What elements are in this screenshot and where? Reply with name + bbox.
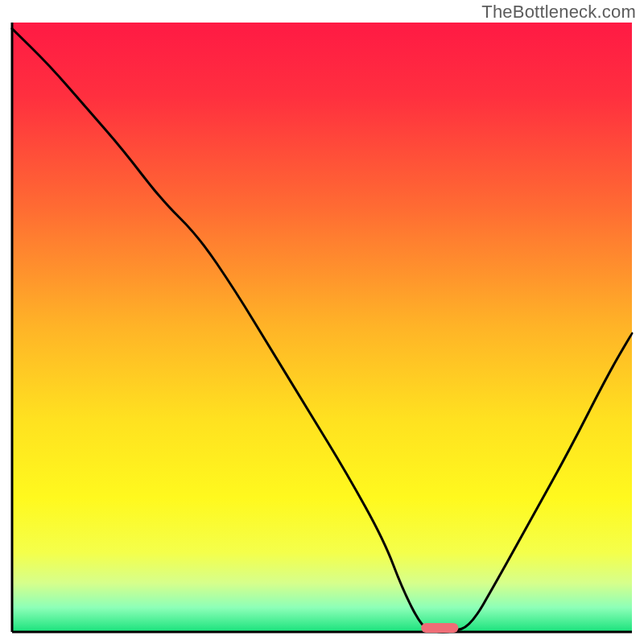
gradient-background — [12, 23, 632, 632]
optimal-marker — [421, 623, 458, 633]
watermark-label: TheBottleneck.com — [481, 2, 636, 23]
chart-stage: TheBottleneck.com — [0, 0, 644, 644]
bottleneck-chart — [0, 0, 644, 644]
